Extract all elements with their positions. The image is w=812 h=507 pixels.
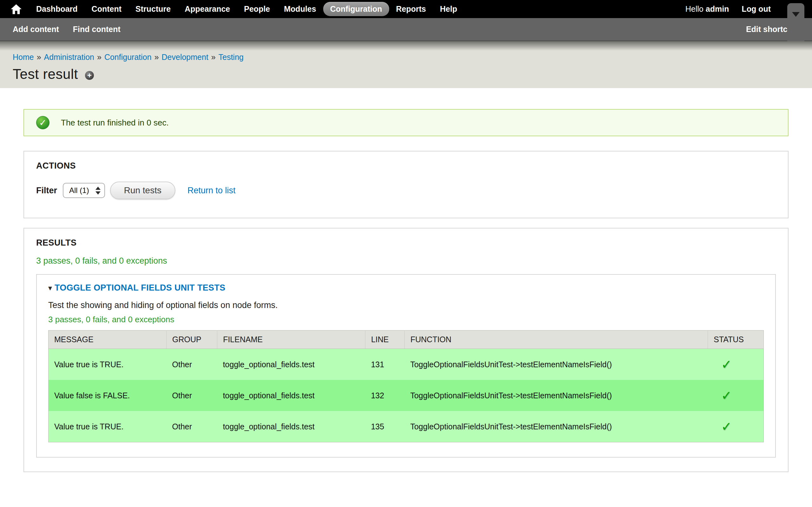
cell-line: 132	[365, 380, 404, 411]
toolbar-item-people[interactable]: People	[237, 2, 277, 16]
cell-group: Other	[166, 349, 217, 380]
logout-link[interactable]: Log out	[735, 2, 777, 16]
filter-row: Filter All (1) Run tests Return to list	[36, 181, 776, 199]
cell-status: ✓	[708, 380, 764, 411]
page-title: Test result	[13, 66, 78, 82]
breadcrumb: Home»Administration»Configuration»Develo…	[13, 53, 812, 62]
actions-legend: ACTIONS	[36, 161, 776, 171]
admin-toolbar: Dashboard Content Structure Appearance P…	[0, 0, 812, 18]
filter-select-value: All (1)	[69, 186, 89, 195]
page: Dashboard Content Structure Appearance P…	[0, 0, 812, 507]
cell-function: ToggleOptionalFieldsUnitTest->testElemen…	[404, 349, 708, 380]
table-header-row: MESSAGE GROUP FILENAME LINE FUNCTION STA…	[49, 331, 764, 349]
status-message: ✓ The test run finished in 0 sec.	[23, 109, 789, 136]
cell-filename: toggle_optional_fields.test	[217, 380, 365, 411]
breadcrumb-link-development[interactable]: Development	[162, 53, 208, 61]
cell-status: ✓	[708, 411, 764, 442]
cell-group: Other	[166, 380, 217, 411]
toolbar-item-dashboard[interactable]: Dashboard	[29, 2, 85, 16]
toolbar-item-help[interactable]: Help	[433, 2, 464, 16]
pass-check-icon: ✓	[721, 388, 732, 403]
cell-status: ✓	[708, 349, 764, 380]
test-result-row: Value true is TRUE. Other toggle_optiona…	[49, 349, 764, 380]
breadcrumb-link-home[interactable]: Home	[13, 53, 34, 61]
toolbar-user-area: Hello admin Log out	[679, 2, 777, 16]
chevron-down-icon	[792, 12, 800, 17]
test-group-title-link[interactable]: ▾ TOGGLE OPTIONAL FIELDS UNIT TESTS	[48, 283, 764, 293]
toolbar-item-structure[interactable]: Structure	[129, 2, 177, 16]
test-group-fieldset: ▾ TOGGLE OPTIONAL FIELDS UNIT TESTS Test…	[36, 274, 776, 458]
breadcrumb-separator: »	[37, 53, 41, 61]
header-function: FUNCTION	[404, 331, 708, 349]
toolbar-item-content[interactable]: Content	[85, 2, 129, 16]
breadcrumb-separator: »	[154, 53, 159, 61]
cell-message: Value true is TRUE.	[49, 411, 166, 442]
header-line: LINE	[365, 331, 404, 349]
shortcut-find-content[interactable]: Find content	[73, 25, 120, 34]
actions-fieldset: ACTIONS Filter All (1) Run tests Return …	[23, 151, 789, 218]
header-status: STATUS	[708, 331, 764, 349]
test-group-title: TOGGLE OPTIONAL FIELDS UNIT TESTS	[55, 283, 225, 293]
title-row: Test result +	[13, 66, 812, 82]
breadcrumb-separator: »	[97, 53, 101, 61]
shortcut-add-content[interactable]: Add content	[13, 25, 59, 34]
greeting-prefix: Hello	[686, 4, 704, 13]
test-result-row: Value false is FALSE. Other toggle_optio…	[49, 380, 764, 411]
return-to-list-link[interactable]: Return to list	[188, 186, 236, 195]
breadcrumb-link-configuration[interactable]: Configuration	[104, 53, 152, 61]
cell-filename: toggle_optional_fields.test	[217, 349, 365, 380]
results-fieldset: RESULTS 3 passes, 0 fails, and 0 excepti…	[23, 228, 789, 472]
filter-select[interactable]: All (1)	[63, 183, 105, 198]
breadcrumb-link-administration[interactable]: Administration	[44, 53, 94, 61]
add-shortcut-icon[interactable]: +	[85, 71, 94, 80]
test-group-description: Test the showing and hiding of optional …	[48, 300, 764, 310]
results-legend: RESULTS	[36, 238, 776, 248]
breadcrumb-link-testing[interactable]: Testing	[218, 53, 244, 61]
username: admin	[706, 4, 729, 13]
collapse-arrow-icon: ▾	[48, 284, 52, 292]
user-greeting[interactable]: Hello admin	[679, 2, 735, 16]
pass-check-icon: ✓	[721, 357, 732, 372]
toolbar-item-configuration[interactable]: Configuration	[323, 2, 389, 16]
cell-line: 131	[365, 349, 404, 380]
test-group-summary: 3 passes, 0 fails, and 0 exceptions	[48, 315, 764, 325]
filter-label: Filter	[36, 186, 57, 195]
cell-function: ToggleOptionalFieldsUnitTest->testElemen…	[404, 411, 708, 442]
status-ok-icon: ✓	[36, 116, 49, 129]
toolbar-item-reports[interactable]: Reports	[389, 2, 433, 16]
cell-line: 135	[365, 411, 404, 442]
cell-message: Value false is FALSE.	[49, 380, 166, 411]
test-result-row: Value true is TRUE. Other toggle_optiona…	[49, 411, 764, 442]
cell-filename: toggle_optional_fields.test	[217, 411, 365, 442]
toolbar-item-modules[interactable]: Modules	[277, 2, 323, 16]
pass-check-icon: ✓	[721, 419, 732, 434]
run-tests-button[interactable]: Run tests	[110, 181, 175, 199]
status-message-text: The test run finished in 0 sec.	[61, 118, 169, 128]
toolbar-item-appearance[interactable]: Appearance	[177, 2, 237, 16]
select-arrows-icon	[96, 187, 101, 194]
header-group: GROUP	[166, 331, 217, 349]
results-summary: 3 passes, 0 fails, and 0 exceptions	[36, 256, 776, 266]
header-message: MESSAGE	[49, 331, 166, 349]
breadcrumb-separator: »	[211, 53, 216, 61]
home-icon-glyph	[11, 4, 21, 14]
home-icon[interactable]	[9, 3, 23, 15]
cell-group: Other	[166, 411, 217, 442]
shortcut-bar: Add content Find content Edit shortcuts	[0, 18, 812, 41]
test-results-table: MESSAGE GROUP FILENAME LINE FUNCTION STA…	[48, 330, 764, 442]
header-filename: FILENAME	[217, 331, 365, 349]
cell-message: Value true is TRUE.	[49, 349, 166, 380]
cell-function: ToggleOptionalFieldsUnitTest->testElemen…	[404, 380, 708, 411]
page-header: Home»Administration»Configuration»Develo…	[0, 41, 812, 88]
toolbar-drawer-toggle[interactable]	[787, 3, 804, 41]
